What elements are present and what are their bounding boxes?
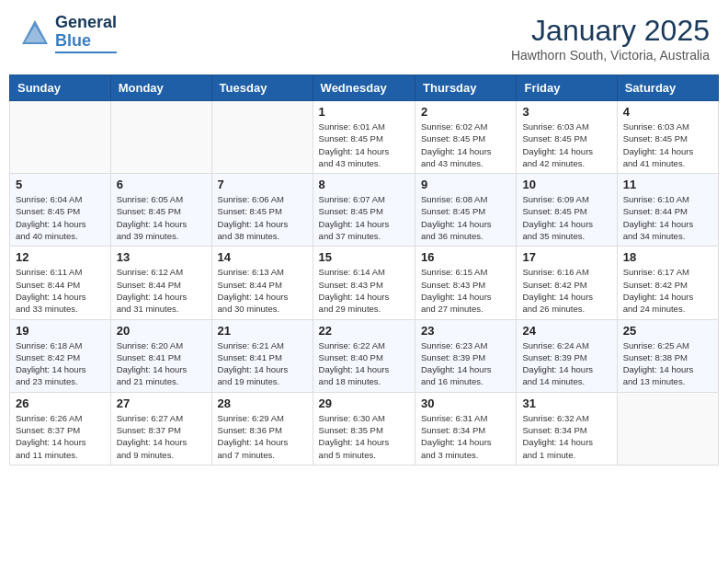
day-info: Sunrise: 6:25 AM Sunset: 8:38 PM Dayligh…	[623, 339, 712, 388]
day-info: Sunrise: 6:01 AM Sunset: 8:45 PM Dayligh…	[319, 121, 409, 169]
calendar-cell: 15Sunrise: 6:14 AM Sunset: 8:43 PM Dayli…	[313, 247, 415, 319]
day-info: Sunrise: 6:13 AM Sunset: 8:44 PM Dayligh…	[218, 266, 307, 315]
day-number: 24	[522, 324, 610, 338]
day-number: 20	[117, 324, 206, 338]
day-number: 13	[117, 250, 206, 264]
day-info: Sunrise: 6:03 AM Sunset: 8:45 PM Dayligh…	[623, 121, 712, 169]
day-info: Sunrise: 6:14 AM Sunset: 8:43 PM Dayligh…	[319, 266, 409, 315]
calendar-cell: 17Sunrise: 6:16 AM Sunset: 8:42 PM Dayli…	[517, 247, 617, 319]
day-info: Sunrise: 6:26 AM Sunset: 8:37 PM Dayligh…	[16, 412, 105, 461]
calendar-cell: 4Sunrise: 6:03 AM Sunset: 8:45 PM Daylig…	[617, 101, 718, 174]
calendar-cell: 16Sunrise: 6:15 AM Sunset: 8:43 PM Dayli…	[415, 247, 517, 319]
calendar-cell: 26Sunrise: 6:26 AM Sunset: 8:37 PM Dayli…	[10, 392, 111, 465]
day-info: Sunrise: 6:07 AM Sunset: 8:45 PM Dayligh…	[319, 193, 409, 242]
day-number: 31	[522, 396, 610, 410]
calendar-week-row: 5Sunrise: 6:04 AM Sunset: 8:45 PM Daylig…	[10, 174, 719, 247]
day-number: 1	[319, 105, 409, 119]
calendar-cell: 13Sunrise: 6:12 AM Sunset: 8:44 PM Dayli…	[110, 247, 211, 319]
calendar-cell: 23Sunrise: 6:23 AM Sunset: 8:39 PM Dayli…	[415, 319, 517, 392]
calendar-cell: 7Sunrise: 6:06 AM Sunset: 8:45 PM Daylig…	[211, 174, 313, 247]
page-header: General Blue January 2025 Hawthorn South…	[9, 9, 719, 67]
day-info: Sunrise: 6:32 AM Sunset: 8:34 PM Dayligh…	[522, 412, 610, 461]
logo-underline	[55, 52, 117, 53]
day-number: 6	[117, 178, 206, 191]
day-number: 18	[623, 250, 712, 264]
day-number: 2	[421, 105, 510, 119]
day-number: 11	[623, 178, 712, 191]
calendar-cell	[211, 101, 313, 174]
calendar-week-row: 26Sunrise: 6:26 AM Sunset: 8:37 PM Dayli…	[10, 392, 719, 465]
day-number: 17	[522, 250, 610, 264]
calendar-cell	[617, 392, 718, 465]
day-number: 19	[16, 324, 105, 338]
calendar-cell: 22Sunrise: 6:22 AM Sunset: 8:40 PM Dayli…	[313, 319, 415, 392]
calendar-cell: 10Sunrise: 6:09 AM Sunset: 8:45 PM Dayli…	[517, 174, 617, 247]
calendar-cell: 27Sunrise: 6:27 AM Sunset: 8:37 PM Dayli…	[110, 392, 211, 465]
day-info: Sunrise: 6:10 AM Sunset: 8:44 PM Dayligh…	[623, 193, 712, 242]
day-number: 8	[319, 178, 409, 191]
day-info: Sunrise: 6:15 AM Sunset: 8:43 PM Dayligh…	[421, 266, 510, 315]
calendar-cell: 28Sunrise: 6:29 AM Sunset: 8:36 PM Dayli…	[211, 392, 313, 465]
calendar-cell	[10, 101, 111, 174]
calendar-day-header: Monday	[110, 75, 211, 101]
day-info: Sunrise: 6:27 AM Sunset: 8:37 PM Dayligh…	[117, 412, 206, 461]
day-number: 22	[319, 324, 409, 338]
calendar-header-row: SundayMondayTuesdayWednesdayThursdayFrid…	[10, 75, 719, 101]
day-number: 27	[117, 396, 206, 410]
day-info: Sunrise: 6:05 AM Sunset: 8:45 PM Dayligh…	[117, 193, 206, 242]
calendar-cell: 24Sunrise: 6:24 AM Sunset: 8:39 PM Dayli…	[517, 319, 617, 392]
calendar-cell: 30Sunrise: 6:31 AM Sunset: 8:34 PM Dayli…	[415, 392, 517, 465]
calendar-cell: 21Sunrise: 6:21 AM Sunset: 8:41 PM Dayli…	[211, 319, 313, 392]
calendar-day-header: Saturday	[617, 75, 718, 101]
calendar-day-header: Wednesday	[313, 75, 415, 101]
calendar-cell: 8Sunrise: 6:07 AM Sunset: 8:45 PM Daylig…	[313, 174, 415, 247]
day-number: 3	[522, 105, 610, 119]
day-info: Sunrise: 6:12 AM Sunset: 8:44 PM Dayligh…	[117, 266, 206, 315]
calendar-cell: 2Sunrise: 6:02 AM Sunset: 8:45 PM Daylig…	[415, 101, 517, 174]
logo-blue-text: Blue	[55, 32, 117, 51]
calendar-cell: 1Sunrise: 6:01 AM Sunset: 8:45 PM Daylig…	[313, 101, 415, 174]
day-number: 21	[218, 324, 307, 338]
calendar-cell: 14Sunrise: 6:13 AM Sunset: 8:44 PM Dayli…	[211, 247, 313, 319]
day-info: Sunrise: 6:21 AM Sunset: 8:41 PM Dayligh…	[218, 339, 307, 388]
day-info: Sunrise: 6:04 AM Sunset: 8:45 PM Dayligh…	[16, 193, 105, 242]
calendar-cell: 29Sunrise: 6:30 AM Sunset: 8:35 PM Dayli…	[313, 392, 415, 465]
logo: General Blue	[18, 14, 117, 53]
day-info: Sunrise: 6:30 AM Sunset: 8:35 PM Dayligh…	[319, 412, 409, 461]
day-info: Sunrise: 6:09 AM Sunset: 8:45 PM Dayligh…	[522, 193, 610, 242]
calendar-cell	[110, 101, 211, 174]
day-number: 14	[218, 250, 307, 264]
day-number: 30	[421, 396, 510, 410]
day-number: 23	[421, 324, 510, 338]
day-info: Sunrise: 6:17 AM Sunset: 8:42 PM Dayligh…	[623, 266, 712, 315]
day-info: Sunrise: 6:22 AM Sunset: 8:40 PM Dayligh…	[319, 339, 409, 388]
calendar-cell: 6Sunrise: 6:05 AM Sunset: 8:45 PM Daylig…	[110, 174, 211, 247]
logo-text: General Blue	[55, 14, 117, 53]
day-info: Sunrise: 6:24 AM Sunset: 8:39 PM Dayligh…	[522, 339, 610, 388]
day-info: Sunrise: 6:16 AM Sunset: 8:42 PM Dayligh…	[522, 266, 610, 315]
calendar-table: SundayMondayTuesdayWednesdayThursdayFrid…	[9, 75, 719, 465]
title-section: January 2025 Hawthorn South, Victoria, A…	[511, 14, 710, 63]
calendar-day-header: Friday	[517, 75, 617, 101]
day-info: Sunrise: 6:31 AM Sunset: 8:34 PM Dayligh…	[421, 412, 510, 461]
day-info: Sunrise: 6:03 AM Sunset: 8:45 PM Dayligh…	[522, 121, 610, 169]
logo-icon	[18, 17, 51, 50]
calendar-day-header: Tuesday	[211, 75, 313, 101]
calendar-cell: 18Sunrise: 6:17 AM Sunset: 8:42 PM Dayli…	[617, 247, 718, 319]
location-title: Hawthorn South, Victoria, Australia	[511, 48, 710, 63]
calendar-week-row: 12Sunrise: 6:11 AM Sunset: 8:44 PM Dayli…	[10, 247, 719, 319]
day-number: 26	[16, 396, 105, 410]
calendar-cell: 12Sunrise: 6:11 AM Sunset: 8:44 PM Dayli…	[10, 247, 111, 319]
day-number: 12	[16, 250, 105, 264]
calendar-cell: 3Sunrise: 6:03 AM Sunset: 8:45 PM Daylig…	[517, 101, 617, 174]
day-number: 29	[319, 396, 409, 410]
day-number: 4	[623, 105, 712, 119]
calendar-day-header: Thursday	[415, 75, 517, 101]
day-number: 10	[522, 178, 610, 191]
calendar-cell: 20Sunrise: 6:20 AM Sunset: 8:41 PM Dayli…	[110, 319, 211, 392]
day-number: 25	[623, 324, 712, 338]
day-info: Sunrise: 6:29 AM Sunset: 8:36 PM Dayligh…	[218, 412, 307, 461]
day-number: 9	[421, 178, 510, 191]
calendar-day-header: Sunday	[10, 75, 111, 101]
day-info: Sunrise: 6:08 AM Sunset: 8:45 PM Dayligh…	[421, 193, 510, 242]
